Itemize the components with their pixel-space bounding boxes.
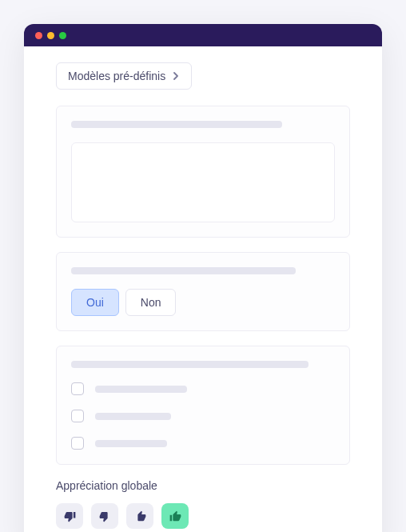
- checkbox-option-3: [71, 437, 335, 450]
- no-button[interactable]: Non: [125, 289, 177, 316]
- text-question-card: [56, 106, 350, 238]
- title-bar: [24, 24, 382, 46]
- content-area: Modèles pré-définis Oui Non: [24, 46, 382, 532]
- templates-dropdown-label: Modèles pré-définis: [68, 70, 165, 82]
- window-minimize-icon[interactable]: [47, 32, 54, 39]
- window-maximize-icon[interactable]: [59, 32, 66, 39]
- window: Modèles pré-définis Oui Non: [24, 24, 382, 532]
- templates-dropdown[interactable]: Modèles pré-définis: [56, 62, 192, 90]
- yes-button[interactable]: Oui: [71, 289, 119, 316]
- checkbox-option-2: [71, 410, 335, 422]
- rating-thumbs-up-strong[interactable]: [161, 503, 189, 529]
- yesno-question-card: Oui Non: [56, 252, 350, 331]
- chevron-right-icon: [172, 72, 180, 80]
- checkbox-input[interactable]: [71, 382, 84, 395]
- rating-thumbs-down[interactable]: [91, 503, 118, 529]
- rating-buttons: [56, 503, 350, 529]
- yesno-group: Oui Non: [71, 289, 335, 316]
- rating-title: Appréciation globale: [56, 479, 350, 492]
- question-placeholder: [71, 267, 296, 274]
- window-close-icon[interactable]: [35, 32, 42, 39]
- question-placeholder: [71, 361, 308, 368]
- rating-thumbs-down-strong[interactable]: [56, 503, 83, 529]
- thumbs-down-icon: [64, 510, 76, 522]
- thumbs-up-icon: [134, 510, 146, 522]
- thumbs-down-icon: [99, 510, 111, 522]
- checkbox-label-placeholder: [95, 386, 187, 393]
- checkbox-question-card: [56, 346, 350, 465]
- text-answer-input[interactable]: [71, 142, 335, 222]
- checkbox-input[interactable]: [71, 437, 84, 450]
- rating-section: Appréciation globale: [56, 479, 350, 529]
- thumbs-up-icon: [169, 510, 181, 522]
- checkbox-label-placeholder: [95, 440, 167, 447]
- question-placeholder: [71, 121, 282, 128]
- rating-thumbs-up[interactable]: [126, 503, 153, 529]
- checkbox-option-1: [71, 382, 335, 395]
- checkbox-input[interactable]: [71, 410, 84, 422]
- checkbox-label-placeholder: [95, 413, 171, 420]
